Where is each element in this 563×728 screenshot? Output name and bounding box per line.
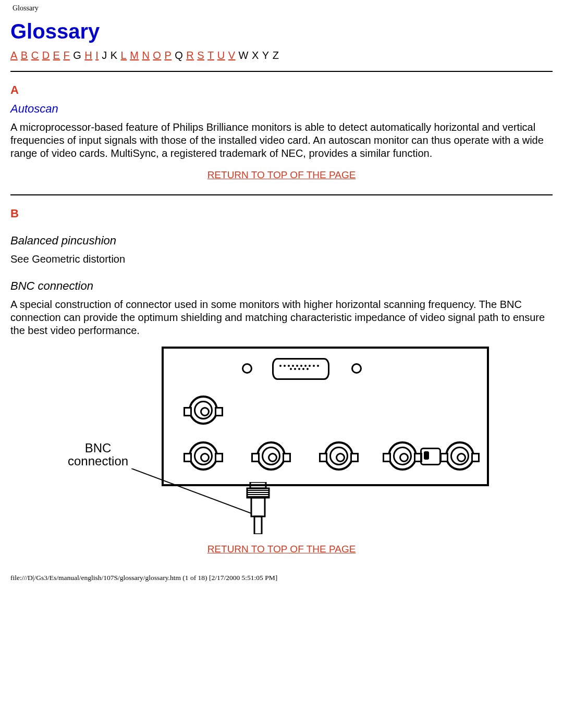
bnc-jack-icon <box>445 441 474 471</box>
bnc-figure: BNC connection <box>10 347 553 534</box>
alpha-nav-u[interactable]: U <box>217 50 225 61</box>
section-letter-a: A <box>10 83 553 97</box>
bnc-label-line2: connection <box>68 454 128 468</box>
alpha-nav: ABCDEFGHIJKLMNOPQRSTUVWXYZ <box>10 50 553 61</box>
balanced-pincushion-body: See Geometric distortion <box>10 253 553 266</box>
autoscan-body: A microprocessor-based feature of Philip… <box>10 121 553 160</box>
section-letter-b: B <box>10 207 553 220</box>
term-autoscan: Autoscan <box>10 102 553 116</box>
alpha-nav-c[interactable]: C <box>31 50 39 61</box>
alpha-nav-w: W <box>239 50 249 61</box>
divider <box>10 71 553 72</box>
alpha-nav-q: Q <box>175 50 183 61</box>
alpha-nav-s[interactable]: S <box>197 50 204 61</box>
return-top-link[interactable]: RETURN TO TOP OF THE PAGE <box>207 544 356 554</box>
alpha-nav-a[interactable]: A <box>10 50 18 61</box>
alpha-nav-r[interactable]: R <box>186 50 194 61</box>
bnc-jack-icon <box>189 396 218 425</box>
footer-path: file:///D|/Gs3/Es/manual/english/107S/gl… <box>0 569 563 587</box>
bnc-figure-label: BNC connection <box>68 441 128 467</box>
bnc-jack-icon <box>256 441 286 471</box>
page-title: Glossary <box>10 20 553 43</box>
alpha-nav-j: J <box>102 50 107 61</box>
alpha-nav-o[interactable]: O <box>153 50 161 61</box>
alpha-nav-e[interactable]: E <box>53 50 60 61</box>
svg-rect-7 <box>251 498 265 516</box>
bnc-connection-body: A special construction of connector used… <box>10 298 553 337</box>
switch-icon <box>420 448 441 465</box>
svg-rect-1 <box>250 482 266 488</box>
connector-panel <box>162 347 489 486</box>
alpha-nav-n[interactable]: N <box>142 50 150 61</box>
panel-screw-icon <box>351 363 362 374</box>
term-balanced-pincushion: Balanced pincushion <box>10 234 553 248</box>
alpha-nav-y: Y <box>262 50 270 61</box>
alpha-nav-k: K <box>111 50 118 61</box>
alpha-nav-p[interactable]: P <box>164 50 172 61</box>
bnc-jack-icon <box>388 441 417 471</box>
alpha-nav-v[interactable]: V <box>228 50 236 61</box>
alpha-nav-b[interactable]: B <box>21 50 28 61</box>
header-path: Glossary <box>0 0 563 13</box>
term-bnc-connection: BNC connection <box>10 279 553 293</box>
alpha-nav-i[interactable]: I <box>95 50 99 61</box>
bnc-jack-icon <box>324 441 353 471</box>
alpha-nav-z: Z <box>273 50 279 61</box>
panel-screw-icon <box>242 363 252 374</box>
bnc-label-line1: BNC <box>85 441 112 455</box>
return-top-link[interactable]: RETURN TO TOP OF THE PAGE <box>207 169 356 180</box>
alpha-nav-x: X <box>252 50 259 61</box>
svg-rect-8 <box>254 516 262 534</box>
alpha-nav-d[interactable]: D <box>42 50 50 61</box>
alpha-nav-g: G <box>73 50 81 61</box>
alpha-nav-t[interactable]: T <box>207 50 214 61</box>
alpha-nav-h[interactable]: H <box>84 50 92 61</box>
alpha-nav-m[interactable]: M <box>130 50 139 61</box>
bnc-jack-icon <box>189 441 218 471</box>
dsub-connector-icon <box>263 356 336 379</box>
alpha-nav-l[interactable]: L <box>121 50 127 61</box>
alpha-nav-f[interactable]: F <box>63 50 70 61</box>
bnc-plug-icon <box>240 482 276 534</box>
divider <box>10 194 553 195</box>
